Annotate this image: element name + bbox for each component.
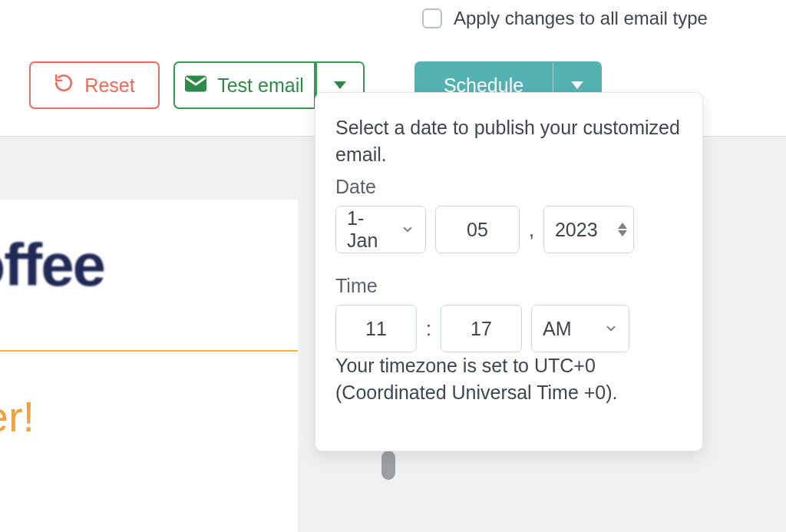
date-comma: ,	[529, 219, 534, 241]
email-preview-logo-fragment: otoffee	[0, 230, 104, 300]
month-select[interactable]: 1-Jan	[335, 206, 426, 253]
minute-value: 17	[471, 318, 492, 340]
apply-all-checkbox-wrap[interactable]: Apply changes to all email type	[419, 6, 708, 31]
apply-all-checkbox[interactable]	[422, 8, 442, 28]
date-field-label: Date	[335, 176, 682, 198]
apply-all-label: Apply changes to all email type	[454, 8, 708, 29]
time-field-label: Time	[335, 275, 682, 297]
ampm-select[interactable]: AM	[531, 305, 629, 352]
chevron-down-icon	[604, 322, 618, 335]
minute-input[interactable]: 17	[441, 305, 522, 352]
year-stepper[interactable]: 2023	[543, 206, 634, 253]
time-colon: :	[426, 318, 431, 340]
test-email-button[interactable]: Test email	[173, 61, 315, 109]
email-preview-headline-fragment: rder!	[0, 392, 35, 441]
envelope-icon	[185, 74, 206, 97]
reset-button[interactable]: Reset	[29, 61, 160, 109]
month-value: 1-Jan	[347, 207, 391, 252]
timezone-note: Your timezone is set to UTC+0 (Coordinat…	[335, 352, 682, 406]
year-value: 2023	[555, 219, 598, 241]
day-value: 05	[467, 219, 488, 241]
preview-scrollbar-thumb[interactable]	[381, 451, 395, 480]
date-row: 1-Jan 05 , 2023	[335, 206, 682, 253]
ampm-value: AM	[543, 318, 572, 340]
email-preview-divider	[0, 350, 298, 352]
hour-input[interactable]: 11	[335, 305, 417, 352]
schedule-popover: Select a date to publish your customized…	[315, 92, 703, 451]
chevron-down-icon	[571, 81, 583, 89]
test-email-label: Test email	[217, 74, 304, 97]
schedule-popover-intro: Select a date to publish your customized…	[335, 114, 682, 168]
reset-label: Reset	[84, 74, 134, 97]
day-input[interactable]: 05	[435, 206, 520, 253]
hour-value: 11	[365, 318, 387, 340]
time-row: 11 : 17 AM	[335, 305, 682, 352]
reset-icon	[54, 73, 74, 97]
stepper-icon	[618, 223, 627, 236]
chevron-down-icon	[334, 81, 346, 89]
chevron-down-icon	[401, 223, 414, 236]
